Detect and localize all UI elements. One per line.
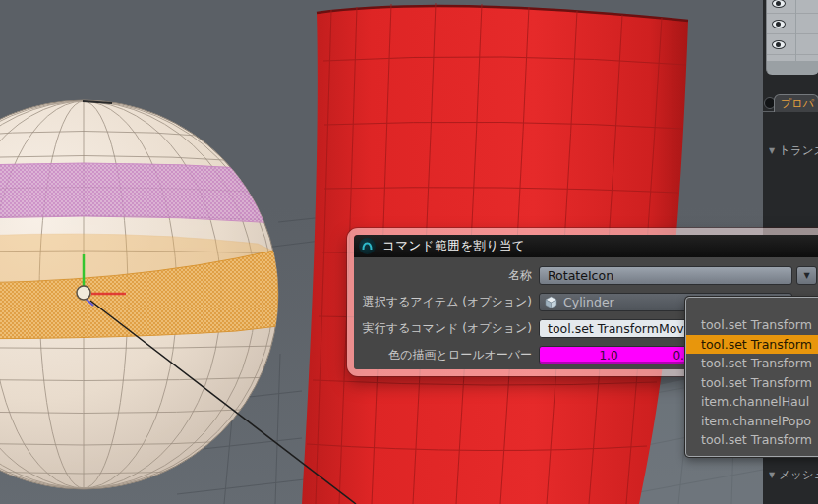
cube-icon [545, 296, 557, 308]
dialog-title: コマンド範囲を割り当て [382, 238, 525, 254]
popup-item[interactable]: tool.set Transform [686, 315, 818, 335]
popup-item[interactable]: tool.set Transform [686, 335, 818, 355]
command-dropdown-popup: tool.set Transform tool.set Transform to… [685, 297, 818, 457]
popup-item[interactable]: tool.set Transform [686, 430, 818, 450]
popup-item[interactable]: tool.set Transform [686, 373, 818, 393]
name-input[interactable]: RotateIcon [539, 266, 792, 285]
chevron-down-icon: ▼ [803, 271, 809, 280]
field-label: 名称 [358, 267, 532, 284]
chevron-down-icon: ▼ [769, 147, 775, 155]
popup-item[interactable]: item.channelPopo [686, 412, 818, 431]
field-label: 実行するコマンド (オプション) [358, 320, 532, 337]
section-label: メッシュ [779, 468, 818, 482]
dialog-titlebar[interactable]: コマンド範囲を割り当て [354, 235, 818, 257]
tab-label: プロパ [781, 96, 814, 111]
item-value: Cylinder [563, 295, 614, 309]
tab-properties[interactable]: プロパ [774, 94, 818, 112]
item-list-row[interactable] [767, 14, 818, 34]
visibility-eye-icon[interactable] [772, 0, 786, 10]
item-list-panel[interactable] [766, 0, 818, 61]
item-list-footer [766, 61, 818, 75]
item-list-row[interactable] [767, 0, 818, 14]
section-mesh[interactable]: ▼ メッシュ [769, 468, 818, 482]
modo-logo-icon [359, 238, 376, 254]
item-list-row[interactable] [767, 34, 818, 55]
column-divider [795, 0, 796, 61]
chevron-down-icon: ▼ [769, 472, 775, 479]
section-transform[interactable]: ▼ トランス [769, 143, 818, 158]
command-value: tool.set TransformMov [548, 321, 684, 336]
field-label: 選択するアイテム (オプション) [358, 294, 532, 310]
visibility-eye-icon[interactable] [772, 18, 786, 30]
visibility-eye-icon[interactable] [772, 38, 786, 51]
name-row: 名称 RotateIcon ▼ [358, 266, 818, 285]
axis-center-handle [77, 286, 90, 300]
popup-item[interactable]: tool.set Transform [686, 354, 818, 373]
name-dropdown-button[interactable]: ▼ [796, 266, 817, 285]
color-value-r[interactable]: 1.0 [579, 347, 638, 365]
field-label: 色の描画とロールオーバー [358, 347, 532, 364]
popup-item[interactable]: item.channelHaul [686, 392, 818, 412]
name-value: RotateIcon [548, 268, 614, 283]
section-label: トランス [779, 143, 818, 158]
